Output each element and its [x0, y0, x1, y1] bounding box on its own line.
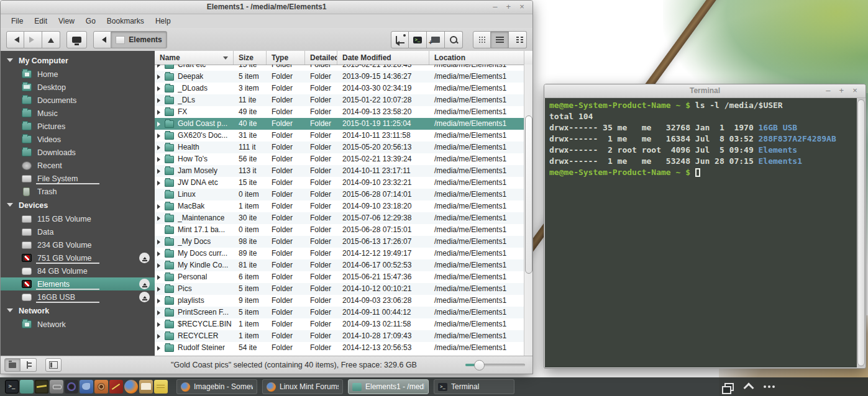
window-selector-icon[interactable] [724, 383, 734, 391]
sidebar-item-recent[interactable]: Recent [1, 159, 155, 172]
computer-button[interactable] [66, 31, 87, 48]
file-row[interactable]: MacBak 1 item Folder Folder 2014-09-10 2… [155, 200, 524, 212]
row-expander[interactable] [157, 98, 163, 103]
file-row[interactable]: Rudolf Steiner 54 ite Folder Folder 2014… [155, 342, 524, 354]
row-expander[interactable] [157, 251, 163, 256]
menu-file[interactable]: File [6, 16, 29, 27]
sidebar-item-home[interactable]: Home [1, 68, 155, 81]
column-header-location[interactable]: Location [429, 51, 524, 65]
vertical-scrollbar[interactable] [524, 65, 532, 356]
sidebar-item-234-gb-volume[interactable]: 234 GB Volume [1, 238, 155, 251]
tree-pane-button[interactable] [21, 358, 37, 372]
file-row[interactable]: _DLoads 3 item Folder Folder 2014-03-30 … [155, 83, 524, 94]
terminal-scrollbar[interactable] [857, 98, 865, 367]
menu-go[interactable]: Go [80, 16, 101, 27]
row-expander[interactable] [157, 240, 163, 245]
minimize-button[interactable]: – [490, 2, 501, 11]
row-expander[interactable] [157, 263, 163, 268]
column-header-type[interactable]: Type [267, 51, 305, 65]
zoom-slider[interactable] [465, 364, 525, 366]
close-button[interactable]: × [517, 2, 528, 11]
file-row[interactable]: Jam Mosely 113 it Folder Folder 2014-10-… [155, 165, 524, 177]
row-expander[interactable] [157, 299, 163, 304]
overflow-menu-icon[interactable] [764, 385, 766, 388]
dictionary-launcher[interactable] [109, 380, 123, 394]
toggle-location-entry-button[interactable] [391, 31, 409, 48]
row-expander[interactable] [157, 145, 163, 150]
row-expander[interactable] [157, 133, 163, 138]
ebook-launcher[interactable] [139, 380, 153, 394]
sidebar-item-data[interactable]: Data [1, 225, 155, 238]
row-expander[interactable] [157, 169, 163, 174]
file-row[interactable]: FX 49 ite Folder Folder 2014-09-13 23:58… [155, 106, 524, 118]
close-button[interactable]: × [850, 86, 861, 95]
row-expander[interactable] [157, 310, 163, 315]
search-button[interactable] [445, 31, 463, 48]
row-expander[interactable] [157, 216, 163, 221]
file-row[interactable]: _My Docs 98 ite Folder Folder 2015-06-13… [155, 236, 524, 248]
file-row[interactable]: Craft etc 15 ite Folder Folder 2015-02-2… [155, 65, 524, 71]
sidebar-item-downloads[interactable]: Downloads [1, 146, 155, 159]
screenshot-launcher[interactable] [35, 380, 48, 394]
file-row[interactable]: RECYCLER 1 item Folder Folder 2014-10-28… [155, 330, 524, 342]
row-expander[interactable] [157, 287, 163, 292]
sidebar-item-pictures[interactable]: Pictures [1, 120, 155, 133]
column-header-detailed[interactable]: Detailed [305, 51, 337, 65]
breadcrumb-current-button[interactable]: Elements [111, 31, 167, 48]
file-row[interactable]: PrintScreen F... 5 item Folder Folder 20… [155, 307, 524, 318]
row-expander[interactable] [157, 65, 163, 68]
row-expander[interactable] [157, 275, 163, 280]
taskbar-window-elements1-media[interactable]: Elements1 - /media/... [348, 379, 429, 394]
terminal-titlebar[interactable]: Terminal – + × [544, 84, 866, 98]
sidebar-section-network[interactable]: Network [1, 304, 155, 318]
eject-button[interactable] [139, 279, 150, 289]
sidebar-item-music[interactable]: Music [1, 107, 155, 120]
open-terminal-button[interactable]: >_ [409, 31, 427, 48]
file-row[interactable]: Gold Coast p... 40 ite Folder Folder 201… [155, 118, 524, 130]
burner-launcher[interactable] [94, 380, 108, 394]
row-expander[interactable] [157, 322, 163, 327]
breadcrumb-scroll-left-button[interactable] [93, 31, 111, 48]
eject-button[interactable] [139, 253, 150, 263]
maximize-button[interactable]: + [503, 2, 514, 11]
new-folder-button[interactable] [427, 31, 445, 48]
column-header-size[interactable]: Size [234, 51, 267, 65]
files-launcher[interactable] [20, 380, 34, 394]
sidebar-item-84-gb-volume[interactable]: 84 GB Volume [1, 264, 155, 277]
eject-button[interactable] [139, 292, 150, 302]
scrollbar-thumb[interactable] [525, 115, 532, 274]
places-pane-button[interactable] [4, 358, 21, 372]
sidebar-item-trash[interactable]: Trash [1, 185, 155, 198]
file-row[interactable]: How To's 56 ite Folder Folder 2015-02-21… [155, 153, 524, 165]
firefox-launcher[interactable] [124, 380, 138, 394]
menu-help[interactable]: Help [150, 16, 176, 27]
thunderbird-launcher[interactable] [80, 380, 93, 394]
menu-edit[interactable]: Edit [29, 16, 53, 27]
up-button[interactable] [42, 31, 60, 48]
sidebar-item-751-gb-volume[interactable]: 751 GB Volume [1, 251, 155, 264]
sidebar-item-16gb-usb[interactable]: 16GB USB [1, 290, 155, 304]
terminal-scrollbar-thumb[interactable] [857, 99, 865, 366]
row-expander[interactable] [157, 334, 163, 339]
file-row[interactable]: Pics 5 item Folder Folder 2014-10-12 00:… [155, 283, 524, 295]
row-expander[interactable] [157, 204, 163, 209]
icon-view-button[interactable] [473, 31, 491, 48]
row-expander[interactable] [157, 86, 163, 91]
column-header-name[interactable]: Name [155, 51, 234, 65]
file-manager-titlebar[interactable]: Elements1 - /media/me/Elements1 – + × [1, 1, 532, 14]
row-expander[interactable] [157, 157, 163, 162]
taskbar-window-linux-mint-forums[interactable]: Linux Mint Forums • ... [262, 379, 343, 394]
file-row[interactable]: Health 111 it Folder Folder 2015-05-20 2… [155, 142, 524, 153]
sidebar-item-desktop[interactable]: Desktop [1, 81, 155, 94]
maximize-button[interactable]: + [836, 86, 847, 95]
terminal-content[interactable]: me@me-System-Product-Name ~ $ ls -l /med… [545, 98, 857, 367]
file-row[interactable]: Mint 17.1 ba... 0 item Folder Folder 201… [155, 224, 524, 236]
sidebar-item-file-system[interactable]: File System [1, 172, 155, 185]
file-row[interactable]: _DLs 11 ite Folder Folder 2015-01-22 10:… [155, 94, 524, 106]
file-row[interactable]: Linux 0 item Folder Folder 2015-06-28 07… [155, 189, 524, 200]
file-row[interactable]: My Kindle Co... 81 ite Folder Folder 201… [155, 259, 524, 271]
file-row[interactable]: JW DNA etc 15 ite Folder Folder 2014-09-… [155, 177, 524, 189]
sidebar-item-documents[interactable]: Documents [1, 94, 155, 107]
menu-view[interactable]: View [53, 16, 80, 27]
taskbar-window-terminal[interactable]: >_ Terminal [434, 379, 514, 394]
